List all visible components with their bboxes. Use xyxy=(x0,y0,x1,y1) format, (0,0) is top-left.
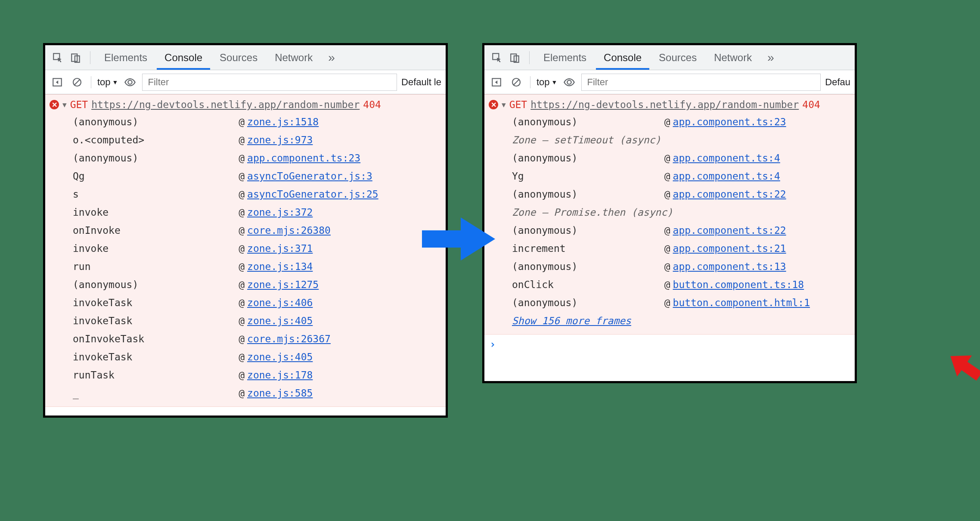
device-toggle-icon[interactable] xyxy=(507,50,523,66)
stack-frame: invokeTask@zone.js:406 xyxy=(73,294,441,312)
console-sidebar-toggle-icon[interactable] xyxy=(489,74,504,90)
more-tabs-icon[interactable]: » xyxy=(761,51,774,65)
tab-network[interactable]: Network xyxy=(706,45,760,70)
live-expression-icon[interactable] xyxy=(561,74,577,90)
tabbar: Elements Console Sources Network » xyxy=(45,45,446,70)
frame-source-link[interactable]: app.component.ts:23 xyxy=(673,113,786,131)
frame-function: onInvokeTask xyxy=(73,330,239,348)
frame-source-link[interactable]: zone.js:372 xyxy=(247,203,313,221)
collapse-icon[interactable]: ▼ xyxy=(502,101,506,109)
frame-source-link[interactable]: asyncToGenerator.js:3 xyxy=(247,167,372,185)
error-header[interactable]: ✕ ▼ GET https://ng-devtools.netlify.app/… xyxy=(489,96,850,113)
frame-at: @ xyxy=(239,384,247,402)
frame-at: @ xyxy=(239,239,247,257)
frame-source-link[interactable]: zone.js:405 xyxy=(247,348,313,366)
frame-source-link[interactable]: app.component.ts:13 xyxy=(673,257,786,276)
error-message: ✕ ▼ GET https://ng-devtools.netlify.app/… xyxy=(484,94,855,335)
stack-frame: (anonymous)@button.component.html:1 xyxy=(512,294,850,312)
stack-frame: run@zone.js:134 xyxy=(73,257,441,276)
console-prompt[interactable]: › xyxy=(484,335,855,354)
arrow-pointer-icon xyxy=(943,349,980,383)
frame-at: @ xyxy=(239,312,247,330)
frame-at: @ xyxy=(664,276,673,294)
frame-at: @ xyxy=(664,149,673,167)
frame-source-link[interactable]: app.component.ts:4 xyxy=(673,149,780,167)
frame-source-link[interactable]: zone.js:178 xyxy=(247,366,313,384)
frame-function: increment xyxy=(512,239,664,257)
show-more-frames-link[interactable]: Show 156 more frames xyxy=(512,312,850,330)
frame-source-link[interactable]: zone.js:371 xyxy=(247,239,313,257)
error-icon: ✕ xyxy=(489,100,498,109)
tab-sources[interactable]: Sources xyxy=(651,45,704,70)
stack-frame: onClick@button.component.ts:18 xyxy=(512,276,850,294)
stack-frame: invoke@zone.js:371 xyxy=(73,239,441,257)
frame-source-link[interactable]: app.component.ts:22 xyxy=(673,221,786,239)
tab-sources[interactable]: Sources xyxy=(212,45,265,70)
stack-frame: (anonymous)@app.component.ts:4 xyxy=(512,149,850,167)
tab-elements[interactable]: Elements xyxy=(96,45,155,70)
frame-at: @ xyxy=(239,203,247,221)
frame-source-link[interactable]: app.component.ts:23 xyxy=(247,149,360,167)
tab-elements[interactable]: Elements xyxy=(536,45,594,70)
error-url[interactable]: https://ng-devtools.netlify.app/random-n… xyxy=(91,99,360,110)
collapse-icon[interactable]: ▼ xyxy=(62,101,67,109)
frame-source-link[interactable]: app.component.ts:21 xyxy=(673,239,786,257)
frame-at: @ xyxy=(239,294,247,312)
error-header[interactable]: ✕ ▼ GET https://ng-devtools.netlify.app/… xyxy=(50,96,441,113)
error-url[interactable]: https://ng-devtools.netlify.app/random-n… xyxy=(530,99,799,110)
frame-source-link[interactable]: core.mjs:26380 xyxy=(247,221,331,239)
clear-console-icon[interactable] xyxy=(69,74,85,90)
error-icon: ✕ xyxy=(50,100,59,109)
stack-frame: (anonymous)@app.component.ts:22 xyxy=(512,185,850,203)
frame-function: (anonymous) xyxy=(512,149,664,167)
frame-at: @ xyxy=(239,149,247,167)
frame-source-link[interactable]: zone.js:406 xyxy=(247,294,313,312)
inspect-icon[interactable] xyxy=(489,50,505,66)
frame-source-link[interactable]: asyncToGenerator.js:25 xyxy=(247,185,378,203)
tab-console[interactable]: Console xyxy=(596,45,649,70)
inspect-icon[interactable] xyxy=(50,50,66,66)
frame-at: @ xyxy=(239,276,247,294)
frame-source-link[interactable]: button.component.ts:18 xyxy=(673,276,804,294)
context-selector[interactable]: top▼ xyxy=(97,77,118,88)
frame-function: (anonymous) xyxy=(512,113,664,131)
frame-at: @ xyxy=(664,257,673,276)
frame-source-link[interactable]: zone.js:1518 xyxy=(247,113,319,131)
tab-console[interactable]: Console xyxy=(157,45,210,70)
tab-network[interactable]: Network xyxy=(267,45,320,70)
separator xyxy=(91,76,91,88)
error-message: ✕ ▼ GET https://ng-devtools.netlify.app/… xyxy=(45,94,446,407)
log-level-selector[interactable]: Defau xyxy=(825,77,850,88)
frame-source-link[interactable]: app.component.ts:22 xyxy=(673,185,786,203)
async-boundary: Zone – Promise.then (async) xyxy=(512,203,850,221)
device-toggle-icon[interactable] xyxy=(68,50,84,66)
frame-source-link[interactable]: button.component.html:1 xyxy=(673,294,810,312)
frame-source-link[interactable]: zone.js:405 xyxy=(247,312,313,330)
frame-source-link[interactable]: zone.js:973 xyxy=(247,131,313,149)
context-selector[interactable]: top▼ xyxy=(537,77,557,88)
live-expression-icon[interactable] xyxy=(122,74,138,90)
frame-at: @ xyxy=(664,113,673,131)
frame-source-link[interactable]: zone.js:134 xyxy=(247,257,313,276)
frame-source-link[interactable]: zone.js:1275 xyxy=(247,276,319,294)
frame-source-link[interactable]: app.component.ts:4 xyxy=(673,167,780,185)
frame-source-link[interactable]: core.mjs:26367 xyxy=(247,330,331,348)
console-sidebar-toggle-icon[interactable] xyxy=(50,74,65,90)
frame-at: @ xyxy=(239,113,247,131)
frame-function: onInvoke xyxy=(73,221,239,239)
frame-at: @ xyxy=(239,257,247,276)
console-output: ✕ ▼ GET https://ng-devtools.netlify.app/… xyxy=(45,94,446,407)
frame-at: @ xyxy=(239,348,247,366)
filter-input[interactable] xyxy=(142,74,397,91)
frame-source-link[interactable]: zone.js:585 xyxy=(247,384,313,402)
clear-console-icon[interactable] xyxy=(509,74,524,90)
stack-frame: invoke@zone.js:372 xyxy=(73,203,441,221)
separator xyxy=(530,76,530,88)
frame-function: (anonymous) xyxy=(512,294,664,312)
stack-frame: invokeTask@zone.js:405 xyxy=(73,348,441,366)
more-tabs-icon[interactable]: » xyxy=(322,51,335,65)
log-level-selector[interactable]: Default le xyxy=(401,77,441,88)
filter-input[interactable] xyxy=(581,74,821,91)
frame-function: Yg xyxy=(512,167,664,185)
stack-frame: s@asyncToGenerator.js:25 xyxy=(73,185,441,203)
